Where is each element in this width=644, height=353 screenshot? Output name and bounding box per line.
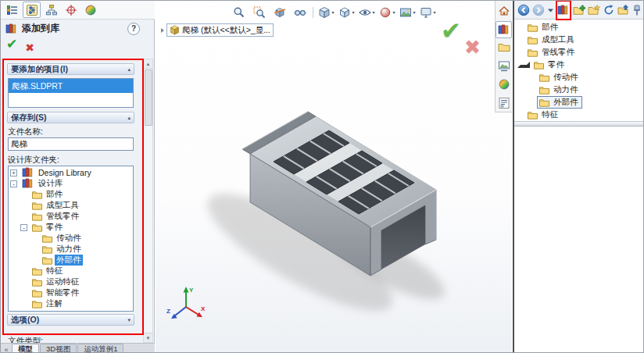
tree-item-forming-tools[interactable]: 成型工具 [9,200,133,211]
tree-item-parts[interactable]: 零件 [514,59,644,71]
tree-item-features[interactable]: 特征 [514,109,644,119]
folder-icon [534,61,544,70]
tree-item-external-parts[interactable]: 外部件 [514,96,644,109]
help-button[interactable]: ? [127,23,140,35]
tree-item-routing-parts[interactable]: 管线零件 [9,211,133,222]
zoom-area-icon[interactable] [250,4,268,20]
feature-tree-root-box[interactable]: 爬梯 (默认<<默认>_显... [166,23,274,37]
zoom-fit-icon[interactable] [230,4,248,20]
section-view-icon[interactable] [270,4,288,20]
file-name-input[interactable] [8,137,134,151]
confirm-cancel-button[interactable]: ✖ [464,36,481,59]
tree-item-parts[interactable]: -零件 [9,222,133,233]
toolbar-separator [313,7,313,18]
view-palette-icon[interactable] [496,58,512,76]
view-settings-icon[interactable]: ▾ [419,4,437,20]
tree-item-forming-tools[interactable]: 成型工具 [514,34,644,46]
tree-item-routing-parts[interactable]: 管线零件 [514,46,644,59]
annotation-visibility-icon[interactable] [291,4,309,20]
document-tab-3d-views[interactable]: 3D视图 [40,344,77,353]
document-tab-motion-study-1[interactable]: 运动算例1 [77,344,123,353]
tree-item-label: 运动特征 [45,276,80,287]
tree-item-box: 传动件 [537,71,582,84]
add-file-location-icon[interactable] [572,2,586,18]
scrollbar[interactable]: ▲ ▼ [143,59,153,343]
add-to-library-icon[interactable] [556,0,571,20]
document-tab-model[interactable]: 模型 [12,344,39,353]
tree-item-label: 特征 [45,266,64,276]
tree-item-motion-features[interactable]: 运动特征 [9,276,133,287]
collapse-group-icon[interactable]: ▴ [127,66,131,73]
scroll-down-icon[interactable]: ▼ [144,333,152,342]
design-library-content-area[interactable] [514,127,644,353]
tree-item-box: 外部件 [537,96,582,109]
tree-item-assemblies[interactable]: 部件 [514,21,644,34]
panel-splitter[interactable] [514,121,644,127]
tree-item-design-library[interactable]: +Design Library [9,167,133,178]
file-explorer-icon[interactable] [496,39,512,57]
tree-item-external-parts[interactable]: 外部件 [9,255,133,266]
tree-item-box: 特征 [525,109,562,119]
graphics-viewport[interactable]: ▾▾▾▾▾▾ 爬梯 (默认<<默认>_显... ✔ ✖ Y X Z [156,1,512,353]
cancel-button[interactable]: ✖ [25,41,34,54]
tree-item-smart-parts[interactable]: 智能零件 [9,287,133,298]
edit-appearance-icon[interactable]: ▾ [378,4,396,20]
expand-icon[interactable] [161,28,164,33]
design-library-folder-label: 设计库文件夹: [8,155,59,166]
pin-icon[interactable] [631,2,642,18]
expand-group-icon[interactable]: ▾ [127,317,131,323]
back-icon[interactable] [517,2,531,18]
collapse-icon[interactable]: - [20,224,27,231]
options-group-header[interactable]: 选项(O) ▾ [7,314,134,326]
scrollbar-thumb[interactable] [145,70,152,126]
folder-icon [528,48,538,57]
confirm-ok-button[interactable]: ✔ [441,16,461,45]
list-item-selected[interactable]: 爬梯.SLDPRT [9,79,133,93]
tree-item-drive-parts[interactable]: 传动件 [9,233,133,244]
apply-scene-icon[interactable]: ▾ [399,4,417,20]
feature-tree-root[interactable]: 爬梯 (默认<<默认>_显... [161,23,274,37]
items-group-header[interactable]: 要添加的项目(I) ▴ [7,63,134,75]
design-library-tab-icon[interactable] [496,21,512,39]
refresh-icon[interactable] [602,2,616,18]
tree-item-box: 运动特征 [30,276,83,287]
tree-item-annotations[interactable]: 注解 [9,298,133,309]
folder-icon [528,36,538,45]
tab-scroll-button[interactable]: « [1,346,12,353]
expand-icon[interactable]: + [10,169,17,176]
tree-item-power-parts[interactable]: 动力件 [9,244,133,255]
featuremanager-tab-icon[interactable] [3,2,21,18]
triad-x-label: X [201,305,206,312]
new-folder-icon[interactable] [587,2,601,18]
save-to-group-header[interactable]: 保存到(S) ▴ [7,112,134,123]
view-orientation-icon[interactable]: ▾ [317,4,335,20]
folder-icon [528,23,538,32]
collapse-icon[interactable]: - [10,180,17,187]
display-style-icon[interactable]: ▾ [338,4,356,20]
solidworks-resources-icon[interactable] [496,2,512,20]
tree-item-label: 传动件 [55,233,83,244]
tree-item-assemblies[interactable]: 部件 [9,189,133,200]
history-caret-icon[interactable] [546,2,555,18]
tree-item-power-parts[interactable]: 动力件 [514,84,644,96]
up-folder-icon[interactable] [617,2,631,18]
scroll-up-icon[interactable]: ▲ [144,59,152,69]
tree-item-drive-parts[interactable]: 传动件 [514,71,644,84]
ok-button[interactable]: ✔ [6,37,17,52]
chevron-down-icon: ▾ [413,10,415,15]
expanded-icon[interactable] [517,62,530,68]
hide-show-items-icon[interactable]: ▾ [358,4,376,20]
model-3d-view[interactable] [156,1,512,353]
items-to-add-list[interactable]: 爬梯.SLDPRT [8,78,134,108]
dimxpertmanager-tab-icon[interactable] [62,2,80,18]
tree-item-box: 成型工具 [30,200,83,211]
propertymanager-tab-icon[interactable] [23,2,41,18]
configurationmanager-tab-icon[interactable] [42,2,60,18]
collapse-group-icon[interactable]: ▴ [127,115,131,121]
appearances-icon[interactable] [496,76,512,94]
task-pane-tab-strip [495,1,512,112]
displaymanager-tab-icon[interactable] [81,2,99,18]
custom-properties-icon[interactable] [496,94,512,112]
tree-item-features[interactable]: 特征 [9,266,133,276]
tree-item-design-library-cn[interactable]: -设计库 [9,178,133,189]
